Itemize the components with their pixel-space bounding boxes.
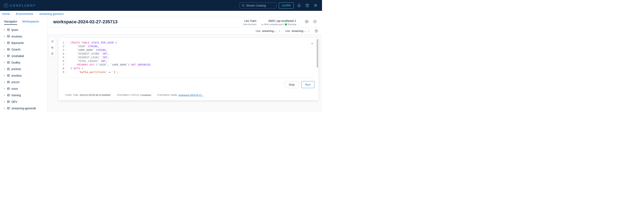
svg-point-14 bbox=[7, 48, 9, 49]
svg-marker-27 bbox=[4, 95, 5, 96]
help-icon[interactable] bbox=[304, 3, 310, 8]
svg-point-33 bbox=[306, 21, 307, 22]
sidebar-item-label: ecuevas bbox=[12, 35, 22, 38]
workspace-title: workspace-2024-02-27-235713 bbox=[53, 19, 118, 24]
topbar: CONFLUENT LEARN bbox=[0, 0, 322, 11]
use-value-2: streaming-... bbox=[292, 29, 306, 32]
caret-right-icon bbox=[4, 49, 6, 50]
collapse-icon[interactable] bbox=[311, 42, 314, 45]
status-row: START TIME: 2024-02-28T00:36:23.544968Z … bbox=[58, 90, 318, 98]
search-box[interactable] bbox=[240, 2, 276, 8]
info-icon[interactable] bbox=[315, 29, 318, 32]
workspace-subbar: Use streaming-... Use streaming-... bbox=[48, 27, 322, 34]
chevron-right-icon bbox=[12, 13, 14, 15]
code-content[interactable]: CREATE TABLE STATS_PER_USER ( `USER` STR… bbox=[66, 41, 150, 74]
sidebar-item-label: training bbox=[12, 94, 21, 97]
sidebar-item[interactable]: lyuen bbox=[0, 26, 47, 33]
trash-icon[interactable] bbox=[51, 52, 54, 55]
sidebar-item[interactable]: ericort bbox=[0, 79, 47, 85]
user-name: Leo Yuen bbox=[244, 19, 256, 22]
caret-right-icon bbox=[4, 107, 6, 109]
workspace-header: workspace-2024-02-27-235713 Leo Yuen Use… bbox=[48, 17, 322, 27]
svg-marker-11 bbox=[4, 42, 5, 43]
database-icon bbox=[7, 81, 10, 84]
sidebar-item[interactable]: emolina bbox=[0, 72, 47, 79]
use-database-dropdown[interactable]: Use streaming-... bbox=[285, 29, 310, 32]
svg-point-26 bbox=[7, 87, 9, 88]
chevron-right-icon bbox=[36, 13, 37, 15]
start-time-label: START TIME: bbox=[65, 94, 79, 96]
use-label-1: Use bbox=[256, 29, 260, 32]
chevron-right-icon bbox=[66, 13, 68, 15]
sidebar-item-label: DEV bbox=[12, 100, 18, 103]
env-meta: AWS | ap-southeast-1 cc-flink-compute-po… bbox=[262, 19, 296, 25]
env-name: AWS | ap-southeast-1 bbox=[268, 19, 296, 22]
editor-toolbar bbox=[49, 38, 56, 57]
add-icon[interactable] bbox=[312, 19, 317, 24]
database-icon bbox=[7, 55, 10, 57]
crumb-env-name[interactable]: streaming-gamesvr bbox=[39, 12, 64, 15]
use-label-2: Use bbox=[285, 29, 290, 32]
stmt-status-label: STATEMENT STATUS: bbox=[117, 94, 140, 96]
caret-right-icon bbox=[4, 68, 6, 70]
search-icon bbox=[242, 4, 244, 7]
svg-point-8 bbox=[7, 29, 9, 29]
svg-marker-25 bbox=[4, 88, 5, 89]
sidebar-item[interactable]: training bbox=[0, 92, 47, 98]
sidebar-item[interactable]: Dudley bbox=[0, 59, 47, 66]
search-input[interactable] bbox=[246, 4, 274, 7]
database-icon bbox=[7, 41, 10, 44]
sidebar-item[interactable]: oooo bbox=[0, 85, 47, 92]
brand[interactable]: CONFLUENT bbox=[4, 3, 36, 8]
breadcrumb: Home Environments streaming-gamesvr bbox=[0, 11, 322, 17]
database-icon bbox=[7, 68, 10, 70]
svg-marker-13 bbox=[4, 49, 5, 50]
svg-point-10 bbox=[7, 35, 9, 36]
svg-marker-15 bbox=[4, 56, 5, 57]
chevron-down-icon bbox=[278, 30, 280, 32]
run-button[interactable]: Run bbox=[301, 81, 314, 88]
settings-icon[interactable] bbox=[304, 19, 309, 24]
stop-button[interactable]: Stop bbox=[285, 81, 299, 88]
svg-point-20 bbox=[7, 68, 9, 69]
sidebar-item[interactable]: smahabal bbox=[0, 53, 47, 59]
tab-workspaces[interactable]: Workspaces bbox=[22, 20, 39, 24]
svg-point-30 bbox=[7, 101, 9, 101]
learn-button[interactable]: LEARN bbox=[279, 2, 294, 8]
copy-icon[interactable] bbox=[51, 46, 54, 49]
sidebar-item[interactable]: ecuevas bbox=[0, 33, 47, 40]
workspace-panel: workspace-2024-02-27-235713 Leo Yuen Use… bbox=[48, 17, 322, 112]
database-icon bbox=[7, 28, 10, 31]
sidebar-item[interactable]: streaming-gamestb bbox=[0, 105, 47, 112]
caret-right-icon bbox=[4, 35, 6, 37]
use-catalog-dropdown[interactable]: Use streaming-... bbox=[256, 29, 280, 32]
notifications-icon[interactable] bbox=[296, 3, 302, 8]
svg-marker-29 bbox=[4, 101, 5, 102]
add-cell-icon[interactable] bbox=[51, 40, 54, 43]
tab-navigator[interactable]: Navigator bbox=[4, 20, 17, 24]
sidebar-item-label: Dudley bbox=[12, 61, 20, 64]
scrollbar-thumb[interactable] bbox=[317, 39, 318, 68]
svg-point-39 bbox=[316, 30, 316, 30]
sidebar-item[interactable]: Bquirante bbox=[0, 40, 47, 46]
caret-right-icon bbox=[4, 75, 6, 76]
sidebar-item-label: OzanG bbox=[12, 48, 20, 51]
sidebar-tabs: Navigator Workspaces bbox=[0, 17, 47, 24]
code-editor[interactable]: 123456789 CREATE TABLE STATS_PER_USER ( … bbox=[58, 38, 318, 74]
sidebar-item[interactable]: OzanG bbox=[0, 46, 47, 53]
sidebar-tree: lyuenecuevasBquiranteOzanGsmahabalDudley… bbox=[0, 24, 47, 112]
crumb-environments[interactable]: Environments bbox=[16, 12, 33, 15]
svg-marker-17 bbox=[4, 62, 5, 63]
menu-icon[interactable] bbox=[312, 3, 318, 8]
sidebar-item-label: emolina bbox=[12, 74, 22, 77]
sidebar-item-label: jnichols bbox=[12, 67, 21, 71]
sidebar-item[interactable]: jnichols bbox=[0, 66, 47, 72]
svg-point-22 bbox=[7, 74, 9, 75]
sidebar-item-label: streaming-gamestb bbox=[12, 107, 36, 110]
stmt-name-link[interactable]: workspace-2024-02-27... bbox=[178, 94, 204, 96]
svg-point-12 bbox=[7, 42, 9, 42]
crumb-home[interactable]: Home bbox=[2, 12, 10, 15]
sidebar-item[interactable]: DEV bbox=[0, 98, 47, 105]
caret-right-icon bbox=[4, 88, 6, 89]
database-icon bbox=[7, 107, 10, 110]
